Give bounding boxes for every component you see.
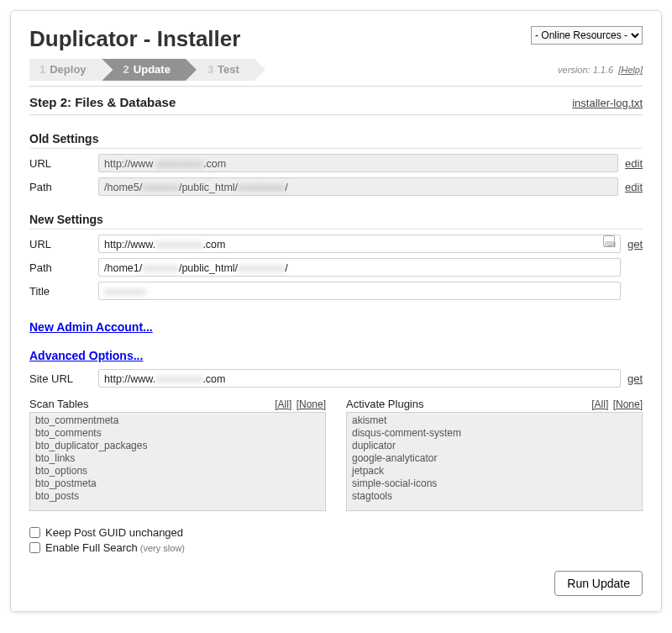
new-title-input[interactable]: xxxxxxxx	[98, 282, 621, 300]
run-update-button[interactable]: Run Update	[554, 571, 643, 596]
siteurl-input[interactable]: http://www.xxxxxxxxx.com	[98, 369, 621, 388]
old-path-row: Path /home5/xxxxxxx/public_html/xxxxxxxx…	[29, 177, 643, 196]
old-url-field: http://www.xxxxxxxxx.com	[98, 154, 618, 172]
old-path-field: /home5/xxxxxxx/public_html/xxxxxxxxx/	[98, 177, 618, 196]
old-path-label: Path	[29, 181, 98, 193]
installer-log-link[interactable]: installer-log.txt	[572, 97, 643, 109]
online-resources-select[interactable]: - Online Resources -	[531, 26, 643, 45]
list-item[interactable]: disqus-comment-system	[347, 427, 642, 440]
plugins-all-link[interactable]: [All]	[591, 398, 608, 410]
step-update[interactable]: 2Update	[102, 59, 186, 81]
plugins-title: Activate Plugins	[346, 398, 424, 410]
list-item[interactable]: stagtools	[347, 490, 642, 503]
topbar: Duplicator - Installer - Online Resource…	[29, 26, 643, 57]
new-path-row: Path /home1/xxxxxxx/public_html/xxxxxxxx…	[29, 258, 643, 277]
old-url-row: URL http://www.xxxxxxxxx.com edit	[29, 154, 643, 172]
new-url-label: URL	[29, 238, 98, 251]
chk-full[interactable]: Enable Full Search(very slow)	[29, 541, 643, 554]
siteurl-get[interactable]: get	[627, 372, 643, 385]
list-item[interactable]: google-analyticator	[347, 452, 642, 465]
new-url-row: URL http://www.xxxxxxxxx.com get	[29, 235, 643, 253]
installer-card: Duplicator - Installer - Online Resource…	[10, 10, 662, 612]
list-item[interactable]: bto_commentmeta	[30, 414, 325, 427]
list-item[interactable]: bto_options	[30, 465, 325, 477]
list-item[interactable]: bto_posts	[30, 490, 325, 503]
list-item[interactable]: simple-social-icons	[347, 477, 642, 490]
scan-none-link[interactable]: [None]	[297, 398, 326, 410]
siteurl-label: Site URL	[29, 372, 98, 385]
old-settings-title: Old Settings	[29, 132, 643, 149]
new-url-get[interactable]: get	[627, 238, 643, 251]
old-url-edit[interactable]: edit	[625, 157, 643, 170]
help-link[interactable]: [Help]	[618, 65, 643, 75]
list-item[interactable]: bto_duplicator_packages	[30, 440, 325, 452]
list-item[interactable]: jetpack	[347, 465, 642, 477]
advanced-checks: Keep Post GUID unchanged Enable Full Sea…	[29, 526, 643, 554]
new-title-row: Title xxxxxxxx get	[29, 282, 643, 300]
new-admin-account-link[interactable]: New Admin Account...	[29, 320, 153, 334]
step-heading: Step 2: Files & Database	[29, 95, 176, 109]
scan-tables-title: Scan Tables	[29, 398, 89, 410]
list-item[interactable]: bto_comments	[30, 427, 325, 440]
new-path-input[interactable]: /home1/xxxxxxx/public_html/xxxxxxxxx/	[98, 258, 621, 277]
advanced-options-link[interactable]: Advanced Options...	[29, 349, 143, 362]
new-url-input[interactable]: http://www.xxxxxxxxx.com	[98, 235, 621, 253]
list-item[interactable]: bto_postmeta	[30, 477, 325, 490]
step-deploy[interactable]: 1Deploy	[29, 59, 102, 81]
scan-all-link[interactable]: [All]	[275, 398, 291, 410]
keyboard-icon	[603, 235, 615, 247]
list-item[interactable]: bto_links	[30, 452, 325, 465]
chk-guid-input[interactable]	[29, 527, 40, 538]
plugins-listbox[interactable]: akismetdisqus-comment-systemduplicatorgo…	[346, 412, 643, 511]
list-item[interactable]: duplicator	[347, 440, 642, 452]
version-info: version: 1.1.6 [Help]	[558, 65, 643, 75]
old-url-label: URL	[29, 157, 98, 170]
chk-full-input[interactable]	[29, 542, 40, 553]
new-path-label: Path	[29, 261, 98, 274]
new-settings-title: New Settings	[29, 213, 643, 229]
wizard-steps: 1Deploy 2Update 3Test version: 1.1.6 [He…	[29, 59, 643, 81]
plugins-none-link[interactable]: [None]	[613, 398, 643, 410]
old-path-edit[interactable]: edit	[625, 181, 643, 193]
scan-tables-listbox[interactable]: bto_commentmetabto_commentsbto_duplicato…	[29, 412, 326, 511]
dual-listboxes: Scan Tables [All] [None] bto_commentmeta…	[29, 398, 643, 511]
chk-guid[interactable]: Keep Post GUID unchanged	[29, 526, 643, 539]
list-item[interactable]: akismet	[347, 414, 642, 427]
new-title-label: Title	[29, 285, 98, 298]
page-title: Duplicator - Installer	[29, 26, 240, 52]
siteurl-row: Site URL http://www.xxxxxxxxx.com get	[29, 369, 643, 388]
